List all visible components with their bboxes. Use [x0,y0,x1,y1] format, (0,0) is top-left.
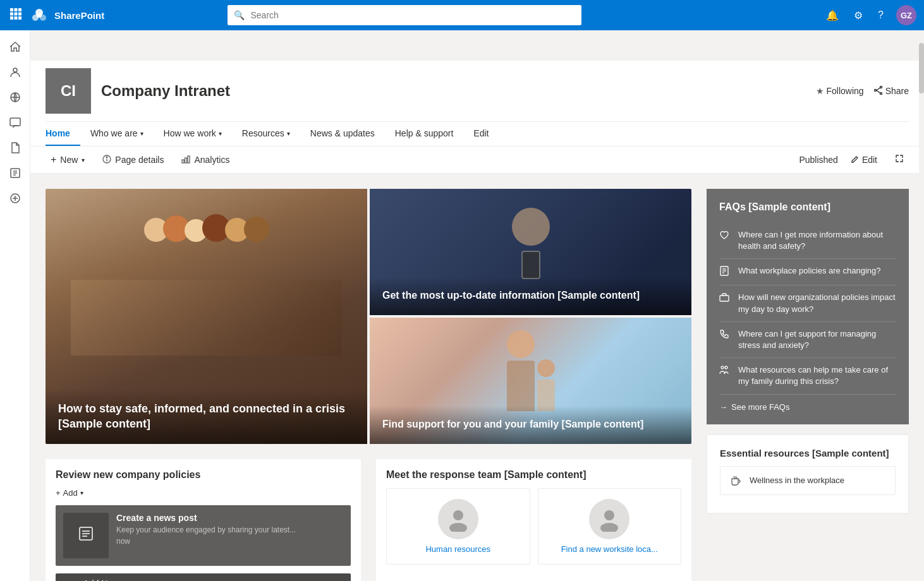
edit-label: Edit [862,155,877,165]
faq-panel: FAQs [Sample content] Where can I get mo… [707,189,909,424]
hero-item-bottom-right[interactable]: Find support for you and your family [Sa… [370,318,691,444]
sidebar-document-icon[interactable] [4,136,27,159]
sidebar-people-icon[interactable] [4,61,27,83]
news-section: Review new company policies + Add ▾ [46,459,361,581]
team-section: Meet the response team [Sample content] … [376,459,691,581]
faq-item-2[interactable]: What workplace policies are changing? [719,259,896,285]
notification-icon[interactable]: 🔔 [824,7,841,24]
svg-rect-3 [10,12,13,15]
svg-point-23 [880,86,882,88]
team-card-hr[interactable]: Human resources [386,488,530,565]
news-card-body: Create a news post Keep your audience en… [116,513,343,558]
add-news-button[interactable]: + + Add News [56,573,351,581]
scrollbar-thumb[interactable] [919,43,924,93]
svg-rect-5 [18,12,21,15]
svg-rect-2 [18,8,21,11]
nav-home[interactable]: Home [46,122,80,146]
nav-help-support[interactable]: Help & support [385,122,464,146]
svg-point-29 [107,157,108,158]
expand-icon [895,154,904,165]
faq-text-4: Where can I get support for managing str… [738,328,896,351]
analytics-button[interactable]: Analytics [176,152,234,168]
team-grid: Human resources Find a new worksite loca… [386,488,681,565]
svg-rect-4 [15,12,18,15]
hero-overlay-bottom: Find support for you and your family [Sa… [370,405,691,444]
hero-item-large[interactable]: How to stay safe, informed, and connecte… [46,189,367,444]
search-input[interactable] [228,5,581,25]
following-label: Following [827,86,864,96]
faq-item-5[interactable]: What resources can help me take care of … [719,358,896,394]
resource-item-wellness[interactable]: Wellness in the workplace [720,466,896,495]
nav-who-we-are[interactable]: Who we are ▾ [80,122,154,146]
app-logo[interactable] [29,5,49,25]
site-title: Company Intranet [101,82,806,100]
heart-icon [719,230,732,243]
waffle-icon[interactable] [8,6,24,25]
hero-title-bottom: Find support for you and your family [Sa… [382,418,679,431]
svg-line-27 [876,90,880,93]
faq-text-5: What resources can help me take care of … [738,364,896,387]
svg-point-40 [604,510,614,520]
site-header-actions: ★ Following Share [816,86,909,97]
hero-overlay-top: Get the most up-to-date information [Sam… [370,277,691,315]
faq-title: FAQs [Sample content] [719,201,896,213]
toolbar-right: Published Edit [799,152,909,168]
main-wrap: CI Company Intranet ★ Following Shar [30,61,924,581]
see-more-faqs-link[interactable]: → See more FAQs [719,402,896,412]
add-policies-label: Add [63,488,78,498]
toolbar-left: + New ▾ Page details Analytics [46,152,789,168]
hero-title-large: How to stay safe, informed, and connecte… [58,402,355,431]
sidebar-globe-icon[interactable] [4,86,27,109]
svg-rect-0 [10,8,13,11]
sidebar-add-icon[interactable] [4,187,27,210]
new-button[interactable]: + New ▾ [46,152,90,168]
star-icon: ★ [816,86,824,96]
right-sidebar: FAQs [Sample content] Where can I get mo… [707,189,909,581]
settings-icon[interactable]: ⚙ [851,7,865,24]
edit-button[interactable]: Edit [846,152,882,168]
svg-rect-32 [185,158,187,163]
faq-item-4[interactable]: Where can I get support for managing str… [719,322,896,358]
svg-point-47 [721,366,724,369]
share-label: Share [885,86,909,96]
team-card-worksite[interactable]: Find a new worksite loca... [538,488,682,565]
below-hero: Review new company policies + Add ▾ [46,459,691,581]
page-scrollbar[interactable] [919,30,924,581]
page-details-label: Page details [115,155,164,165]
share-button[interactable]: Share [874,86,909,97]
add-policies-button[interactable]: + Add ▾ [56,488,351,498]
user-avatar[interactable]: GZ [896,5,916,25]
sidebar-home-icon[interactable] [4,35,27,58]
document-list-icon [719,266,732,279]
page-details-button[interactable]: Page details [97,152,169,168]
nav-how-we-work[interactable]: How we work ▾ [154,122,232,146]
app-name: SharePoint [54,10,104,21]
faq-item-1[interactable]: Where can I get more information about h… [719,223,896,259]
faq-text-1: Where can I get more information about h… [738,229,896,252]
nav-edit[interactable]: Edit [463,122,499,146]
news-card-description: Keep your audience engaged by sharing yo… [116,525,343,534]
add-policies-icon: + [56,488,61,498]
nav-news-updates[interactable]: News & updates [300,122,385,146]
svg-rect-46 [720,296,729,301]
svg-point-25 [874,89,876,91]
add-news-label: + Add News [76,578,123,581]
faq-text-3: How will new organizational policies imp… [738,292,896,314]
nav-resources[interactable]: Resources ▾ [232,122,300,146]
hero-item-top-right[interactable]: Get the most up-to-date information [Sam… [370,189,691,315]
nav-chevron-who: ▾ [140,130,143,137]
resources-title: Essential resources [Sample content] [720,448,896,458]
team-avatar-worksite [589,499,629,539]
sidebar-chat-icon[interactable] [4,111,27,134]
svg-point-24 [880,92,882,94]
help-icon[interactable]: ? [875,7,886,23]
svg-point-41 [600,523,618,532]
site-nav: Home Who we are ▾ How we work ▾ Resource… [46,121,909,146]
sidebar-list-icon[interactable] [4,162,27,184]
faq-item-3[interactable]: How will new organizational policies imp… [719,285,896,321]
team-member-name-2: Find a new worksite loca... [549,544,671,554]
hero-title-top: Get the most up-to-date information [Sam… [382,289,679,302]
following-button[interactable]: ★ Following [816,86,864,96]
news-card-title: Create a news post [116,513,343,523]
expand-button[interactable] [890,152,909,168]
